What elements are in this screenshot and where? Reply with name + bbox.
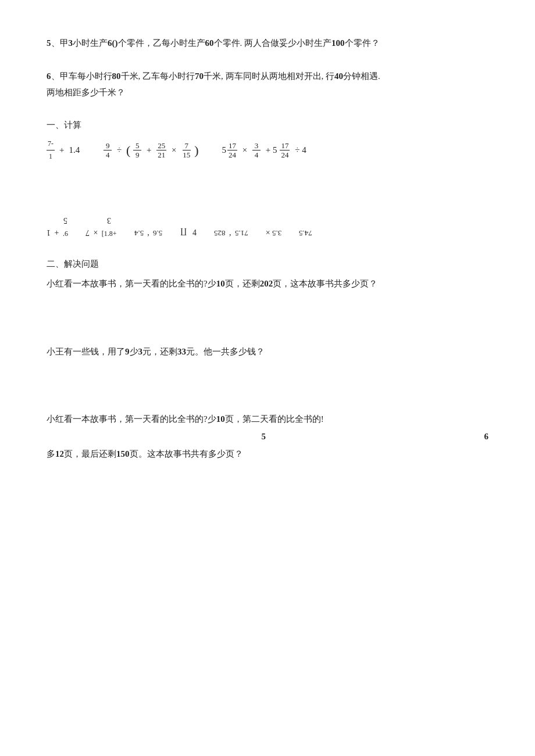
problem-5-text: 5、甲3小时生产6()个零件，乙每小时生产60个零件. 两人合做妥少小时生产10…	[47, 35, 488, 52]
word-problem-1: 小红看一本故事书，第一天看的比全书的?少10页，还剩202页，这本故事书共多少页…	[47, 275, 488, 292]
problem-5: 5、甲3小时生产6()个零件，乙每小时生产60个零件. 两人合做妥少小时生产10…	[47, 35, 488, 52]
word-problem-3-fracs: 5 6	[47, 429, 488, 445]
problem-6-line2: 两地相距多少千米？	[47, 84, 488, 101]
section-calculate: 一、计算 7- 1 + 1.4 9 4 ÷ ( 5 9 +	[47, 117, 488, 241]
calc-row-2: 1 + 5 .6 7 × 3 [1.8+ 5.4 , 5.6	[47, 213, 488, 241]
calc-expr-3: 5 17 24 × 3 4 + 5 17 24 ÷ 4	[222, 141, 306, 160]
calc-expr-1: 7- 1 + 1.4	[47, 138, 80, 163]
sc-item-2: 7 × 3 [1.8+	[85, 213, 117, 241]
calc-row-1: 7- 1 + 1.4 9 4 ÷ ( 5 9 + 25 21 ×	[47, 138, 488, 163]
word-problem-2: 小王有一些钱，用了9少3元，还剩33元。他一共多少钱？	[47, 343, 488, 360]
section-problems: 二、解决问题 小红看一本故事书，第一天看的比全书的?少10页，还剩202页，这本…	[47, 256, 488, 462]
problem-6-number: 6	[47, 71, 51, 81]
sc-item-3: 5.4 , 5.6	[134, 225, 163, 240]
sc-item-4: ∏ 4	[180, 225, 197, 240]
problem-6: 6、甲车每小时行80千米, 乙车每小时行70千米, 两车同时从两地相对开出, 行…	[47, 68, 488, 101]
calc-expr-2: 9 4 ÷ ( 5 9 + 25 21 × 7 15 )	[103, 141, 198, 160]
word-problem-2-text: 小王有一些钱，用了9少3元，还剩33元。他一共多少钱？	[47, 343, 488, 360]
word-problem-1-text: 小红看一本故事书，第一天看的比全书的?少10页，还剩202页，这本故事书共多少页…	[47, 275, 488, 292]
problem-6-text: 6、甲车每小时行80千米, 乙车每小时行70千米, 两车同时从两地相对开出, 行…	[47, 68, 488, 85]
section-problems-title: 二、解决问题	[47, 256, 488, 272]
word-problem-3: 小红看一本故事书，第一天看的比全书的?少10页，第二天看的比全书的! 5 6 多…	[47, 411, 488, 462]
sc-item-7: 74.5	[299, 227, 312, 240]
section-calculate-title: 一、计算	[47, 117, 488, 133]
sc-item-5: 825 , 71.5	[214, 225, 248, 240]
sc-item-6: × 3.5	[266, 225, 281, 240]
sc-item-1: 1 + 5 .6	[47, 213, 68, 241]
word-problem-3-line1: 小红看一本故事书，第一天看的比全书的?少10页，第二天看的比全书的!	[47, 411, 488, 428]
word-problem-3-line2: 多12页，最后还剩150页。这本故事书共有多少页？	[47, 446, 488, 463]
problem-5-number: 5	[47, 38, 51, 48]
